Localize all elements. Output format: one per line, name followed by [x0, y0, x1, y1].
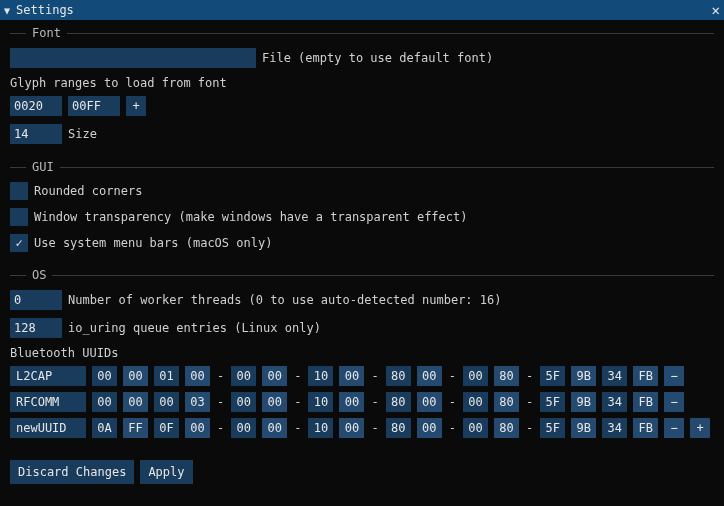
uuid-byte-input[interactable]: 34 — [602, 366, 627, 386]
section-font: Font File (empty to use default font) Gl… — [10, 26, 714, 144]
io-uring-label: io_uring queue entries (Linux only) — [68, 321, 321, 335]
uuid-byte-input[interactable]: 00 — [339, 366, 364, 386]
uuid-byte-input[interactable]: 34 — [602, 418, 627, 438]
workers-label: Number of worker threads (0 to use auto-… — [68, 293, 501, 307]
uuid-separator: - — [216, 369, 225, 383]
uuid-separator: - — [370, 421, 379, 435]
uuid-byte-input[interactable]: 10 — [308, 392, 333, 412]
menubar-checkbox[interactable] — [10, 234, 28, 252]
uuid-byte-input[interactable]: 00 — [463, 392, 488, 412]
section-os: OS Number of worker threads (0 to use au… — [10, 268, 714, 438]
remove-uuid-button[interactable]: − — [664, 366, 684, 386]
glyph-ranges-label: Glyph ranges to load from font — [10, 76, 714, 90]
uuid-byte-input[interactable]: FB — [633, 392, 658, 412]
uuid-byte-input[interactable]: 5F — [540, 418, 565, 438]
uuid-byte-input[interactable]: 00 — [185, 418, 210, 438]
add-uuid-button[interactable]: + — [690, 418, 710, 438]
content: Font File (empty to use default font) Gl… — [0, 20, 724, 494]
bluetooth-uuids-label: Bluetooth UUIDs — [10, 346, 714, 360]
uuid-separator: - — [370, 395, 379, 409]
uuid-byte-input[interactable]: 00 — [231, 366, 256, 386]
uuid-separator: - — [293, 369, 302, 383]
uuid-byte-input[interactable]: 5F — [540, 366, 565, 386]
uuid-byte-input[interactable]: 10 — [308, 366, 333, 386]
io-uring-input[interactable] — [10, 318, 62, 338]
uuid-byte-input[interactable]: 9B — [571, 366, 596, 386]
uuid-byte-input[interactable]: 00 — [417, 366, 442, 386]
uuid-byte-input[interactable]: 00 — [339, 392, 364, 412]
uuid-byte-input[interactable]: 00 — [417, 418, 442, 438]
uuid-byte-input[interactable]: 00 — [339, 418, 364, 438]
uuid-byte-input[interactable]: 00 — [262, 366, 287, 386]
workers-input[interactable] — [10, 290, 62, 310]
rounded-corners-checkbox[interactable] — [10, 182, 28, 200]
section-header-gui: GUI — [10, 160, 714, 174]
uuid-separator: - — [448, 369, 457, 383]
uuid-byte-input[interactable]: 00 — [417, 392, 442, 412]
apply-button[interactable]: Apply — [140, 460, 192, 484]
add-glyph-button[interactable]: + — [126, 96, 146, 116]
font-size-input[interactable] — [10, 124, 62, 144]
remove-uuid-button[interactable]: − — [664, 392, 684, 412]
uuid-byte-input[interactable]: 03 — [185, 392, 210, 412]
uuid-byte-input[interactable]: 00 — [123, 366, 148, 386]
uuid-name-input[interactable]: newUUID — [10, 418, 86, 438]
uuid-byte-input[interactable]: 80 — [494, 392, 519, 412]
uuid-byte-input[interactable]: 00 — [92, 366, 117, 386]
uuid-byte-input[interactable]: 0A — [92, 418, 117, 438]
uuid-byte-input[interactable]: 9B — [571, 418, 596, 438]
uuid-separator: - — [293, 395, 302, 409]
uuid-byte-input[interactable]: 80 — [386, 392, 411, 412]
uuid-byte-input[interactable]: FF — [123, 418, 148, 438]
menubar-label: Use system menu bars (macOS only) — [34, 236, 272, 250]
uuid-byte-input[interactable]: 9B — [571, 392, 596, 412]
discard-button[interactable]: Discard Changes — [10, 460, 134, 484]
uuid-byte-input[interactable]: 0F — [154, 418, 179, 438]
titlebar[interactable]: ▼ Settings ✕ — [0, 0, 724, 20]
uuid-byte-input[interactable]: 00 — [92, 392, 117, 412]
uuid-byte-input[interactable]: 00 — [231, 418, 256, 438]
uuid-separator: - — [448, 395, 457, 409]
uuid-byte-input[interactable]: 00 — [463, 366, 488, 386]
uuid-byte-input[interactable]: 80 — [494, 418, 519, 438]
uuid-byte-input[interactable]: 00 — [262, 418, 287, 438]
uuid-byte-input[interactable]: FB — [633, 418, 658, 438]
uuid-byte-input[interactable]: 10 — [308, 418, 333, 438]
section-header-os: OS — [10, 268, 714, 282]
uuid-byte-input[interactable]: 00 — [185, 366, 210, 386]
section-title: Font — [32, 26, 61, 40]
uuid-byte-input[interactable]: 00 — [123, 392, 148, 412]
uuid-byte-input[interactable]: 01 — [154, 366, 179, 386]
transparency-checkbox[interactable] — [10, 208, 28, 226]
uuid-separator: - — [448, 421, 457, 435]
uuid-byte-input[interactable]: 34 — [602, 392, 627, 412]
font-file-input[interactable] — [10, 48, 256, 68]
uuid-name-input[interactable]: L2CAP — [10, 366, 86, 386]
uuid-separator: - — [216, 395, 225, 409]
font-size-label: Size — [68, 127, 97, 141]
uuid-list: L2CAP00000100-0000-1000-8000-0080-5F9B34… — [10, 366, 714, 438]
uuid-name-input[interactable]: RFCOMM — [10, 392, 86, 412]
uuid-byte-input[interactable]: 00 — [262, 392, 287, 412]
collapse-icon[interactable]: ▼ — [4, 5, 10, 16]
uuid-byte-input[interactable]: 00 — [154, 392, 179, 412]
uuid-separator: - — [525, 395, 534, 409]
uuid-row: newUUID0AFF0F00-0000-1000-8000-0080-5F9B… — [10, 418, 714, 438]
section-title: GUI — [32, 160, 54, 174]
section-gui: GUI Rounded corners Window transparency … — [10, 160, 714, 252]
action-bar: Discard Changes Apply — [10, 460, 714, 484]
uuid-byte-input[interactable]: 80 — [386, 366, 411, 386]
uuid-separator: - — [525, 369, 534, 383]
uuid-separator: - — [293, 421, 302, 435]
uuid-byte-input[interactable]: 00 — [231, 392, 256, 412]
uuid-byte-input[interactable]: FB — [633, 366, 658, 386]
uuid-byte-input[interactable]: 00 — [463, 418, 488, 438]
uuid-row: RFCOMM00000003-0000-1000-8000-0080-5F9B3… — [10, 392, 714, 412]
glyph-to-input[interactable] — [68, 96, 120, 116]
remove-uuid-button[interactable]: − — [664, 418, 684, 438]
uuid-byte-input[interactable]: 5F — [540, 392, 565, 412]
uuid-byte-input[interactable]: 80 — [494, 366, 519, 386]
close-icon[interactable]: ✕ — [712, 3, 720, 17]
glyph-from-input[interactable] — [10, 96, 62, 116]
uuid-byte-input[interactable]: 80 — [386, 418, 411, 438]
